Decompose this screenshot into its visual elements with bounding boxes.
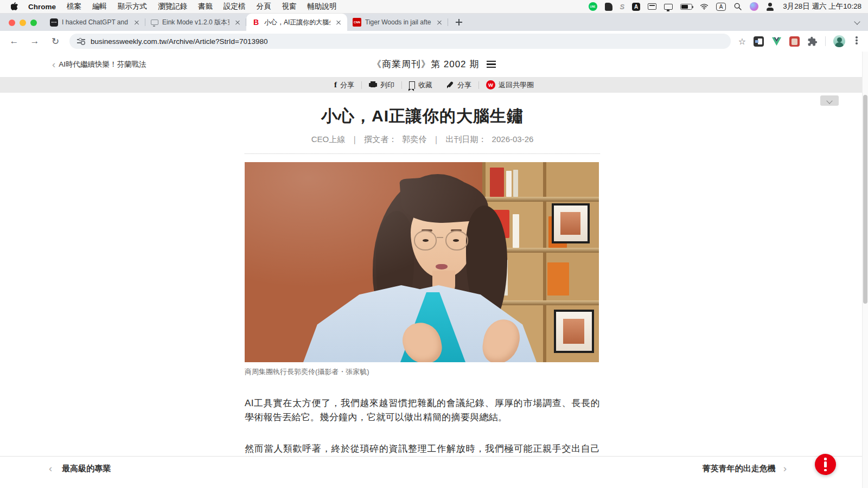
author-label: 撰文者： bbox=[364, 134, 397, 144]
floating-menu-button[interactable] bbox=[815, 454, 836, 475]
new-tab-button[interactable] bbox=[451, 15, 467, 30]
reader-extension-icon[interactable] bbox=[754, 36, 764, 47]
tab-close-icon[interactable] bbox=[435, 18, 444, 27]
menubar-item-profiles[interactable]: 設定檔 bbox=[224, 2, 246, 11]
meta-separator: ｜ bbox=[350, 134, 359, 144]
article-action-strip: f 分享 列印 收藏 分享 W 返回共學圈 bbox=[0, 77, 868, 93]
author-name[interactable]: 郭奕伶 bbox=[402, 134, 426, 144]
site-settings-icon[interactable] bbox=[77, 37, 85, 45]
browser-menu-button[interactable] bbox=[853, 36, 860, 46]
chevron-right-icon: › bbox=[783, 463, 787, 474]
window-zoom-button[interactable] bbox=[30, 20, 37, 26]
printer-icon bbox=[369, 81, 377, 88]
article-hero-image bbox=[245, 162, 599, 362]
menubar-item-tabs[interactable]: 分頁 bbox=[257, 2, 271, 11]
menubar-item-file[interactable]: 檔案 bbox=[67, 2, 81, 11]
input-source-icon[interactable]: A bbox=[716, 3, 726, 11]
action-label: 返回共學圈 bbox=[499, 80, 534, 90]
vue-devtools-icon[interactable] bbox=[771, 37, 782, 46]
tab-search-button[interactable] bbox=[854, 17, 860, 27]
fab-dot-icon bbox=[824, 458, 827, 460]
next-article-pager[interactable]: 菁英青年的出走危機 › bbox=[703, 463, 787, 474]
shortcut-s-icon[interactable]: S bbox=[620, 3, 625, 11]
extensions-puzzle-icon[interactable] bbox=[807, 36, 818, 47]
red-extension-icon[interactable] bbox=[789, 36, 800, 47]
menubar-item-window[interactable]: 視窗 bbox=[282, 2, 297, 11]
battery-icon[interactable] bbox=[680, 4, 692, 10]
bw-logo-icon: W bbox=[486, 80, 495, 89]
tab-hacked-chatgpt[interactable]: I hacked ChatGPT and Googl bbox=[44, 14, 145, 31]
forward-button[interactable]: → bbox=[28, 36, 41, 47]
wifi-icon[interactable] bbox=[700, 2, 709, 11]
macos-menubar: Chrome 檔案 編輯 顯示方式 瀏覽記錄 書籤 設定檔 分頁 視窗 輔助說明… bbox=[0, 0, 868, 14]
monitor-icon bbox=[151, 20, 158, 25]
reload-button[interactable]: ↻ bbox=[49, 36, 62, 47]
address-bar[interactable]: businessweekly.com.tw/Archive/Article?St… bbox=[69, 34, 731, 49]
menubar-item-view[interactable]: 顯示方式 bbox=[118, 2, 147, 11]
menubar-item-edit[interactable]: 編輯 bbox=[92, 2, 107, 11]
menubar-app-name[interactable]: Chrome bbox=[28, 3, 56, 11]
facebook-icon: f bbox=[334, 80, 337, 89]
tab-strip: I hacked ChatGPT and Googl Eink Mode v1.… bbox=[0, 14, 868, 31]
page-scrollbar[interactable] bbox=[862, 52, 868, 488]
prev-article-pager[interactable]: ‹ 最高級的專業 bbox=[49, 463, 111, 474]
dotted-divider bbox=[245, 153, 600, 154]
print-button[interactable]: 列印 bbox=[362, 80, 401, 90]
bookmark-star-icon[interactable]: ☆ bbox=[738, 36, 746, 47]
cnn-icon: CNN bbox=[353, 18, 361, 27]
back-button[interactable]: ← bbox=[8, 36, 21, 47]
action-label: 列印 bbox=[380, 80, 394, 90]
window-close-button[interactable] bbox=[9, 20, 15, 26]
article-meta: CEO上線 ｜ 撰文者： 郭奕伶 ｜ 出刊日期： 2026-03-26 bbox=[245, 134, 600, 145]
siri-icon[interactable] bbox=[750, 2, 758, 11]
action-label: 分享 bbox=[340, 80, 354, 90]
action-label: 分享 bbox=[457, 80, 471, 90]
tab-close-icon[interactable] bbox=[233, 18, 242, 27]
app-a-icon[interactable]: A bbox=[632, 3, 640, 11]
screen-mirroring-icon[interactable] bbox=[664, 4, 673, 10]
facebook-share-button[interactable]: f 分享 bbox=[327, 80, 361, 90]
bookmark-icon bbox=[409, 81, 415, 89]
menubar-item-history[interactable]: 瀏覽記錄 bbox=[158, 2, 187, 11]
site-header: ‹ AI時代繼續快樂！芬蘭戰法 《商業周刊》第 2002 期 bbox=[0, 52, 868, 77]
collapse-toc-button[interactable] bbox=[820, 95, 839, 106]
article-category[interactable]: CEO上線 bbox=[311, 134, 346, 144]
browser-toolbar: ← → ↻ businessweekly.com.tw/Archive/Arti… bbox=[0, 31, 868, 52]
share-button[interactable]: 分享 bbox=[439, 80, 478, 90]
back-to-community-button[interactable]: W 返回共學圈 bbox=[479, 80, 541, 90]
tab-close-icon[interactable] bbox=[334, 18, 343, 27]
line-icon[interactable]: LINE bbox=[589, 2, 597, 11]
tab-close-icon[interactable] bbox=[132, 18, 141, 27]
pen-icon bbox=[446, 81, 454, 89]
spotlight-icon[interactable] bbox=[733, 2, 742, 11]
menubar-item-bookmarks[interactable]: 書籤 bbox=[198, 2, 213, 11]
tab-eink-mode[interactable]: Eink Mode v1.2.0 版本更新消 bbox=[145, 14, 246, 31]
meta-separator: ｜ bbox=[432, 134, 441, 144]
tab-cnn-tiger-woods[interactable]: CNN Tiger Woods in jail after being bbox=[347, 14, 448, 31]
tab-businessweekly-active[interactable]: B 小心，AI正讓你的大腦生鏽 - 商 bbox=[246, 14, 347, 31]
image-caption: 商周集團執行長郭奕伶(攝影者・張家毓) bbox=[245, 367, 600, 377]
prev-article-title: 最高級的專業 bbox=[62, 464, 111, 474]
evernote-icon[interactable] bbox=[605, 3, 612, 11]
profile-avatar[interactable] bbox=[833, 35, 845, 47]
kebab-icon bbox=[856, 36, 858, 38]
menubar-status-area: LINE S A A 3月28日 週六 上午10:28 bbox=[589, 2, 861, 11]
light-vignette bbox=[245, 162, 599, 362]
window-controls bbox=[0, 20, 44, 31]
issue-title: 《商業周刊》第 2002 期 bbox=[0, 58, 868, 70]
url-text[interactable]: businessweekly.com.tw/Archive/Article?St… bbox=[91, 37, 268, 46]
issue-title-text: 《商業周刊》第 2002 期 bbox=[372, 59, 479, 69]
chevron-left-icon: ‹ bbox=[49, 463, 52, 474]
menubar-clock[interactable]: 3月28日 週六 上午10:28 bbox=[783, 2, 861, 11]
page-content: ‹ AI時代繼續快樂！芬蘭戰法 《商業周刊》第 2002 期 f 分享 列印 收… bbox=[0, 52, 868, 488]
save-collect-button[interactable]: 收藏 bbox=[402, 80, 439, 90]
scrollbar-thumb[interactable] bbox=[863, 95, 867, 304]
article-pager-bar: ‹ 最高級的專業 菁英青年的出走危機 › bbox=[0, 456, 868, 488]
window-minimize-button[interactable] bbox=[20, 20, 26, 26]
article-title: 小心，AI正讓你的大腦生鏽 bbox=[245, 105, 600, 127]
hamburger-menu-icon[interactable] bbox=[487, 61, 496, 68]
fast-user-switching-icon[interactable] bbox=[766, 3, 774, 11]
menubar-item-help[interactable]: 輔助說明 bbox=[308, 2, 337, 11]
apple-menu-icon[interactable] bbox=[11, 2, 18, 11]
display-icon[interactable] bbox=[648, 3, 656, 10]
